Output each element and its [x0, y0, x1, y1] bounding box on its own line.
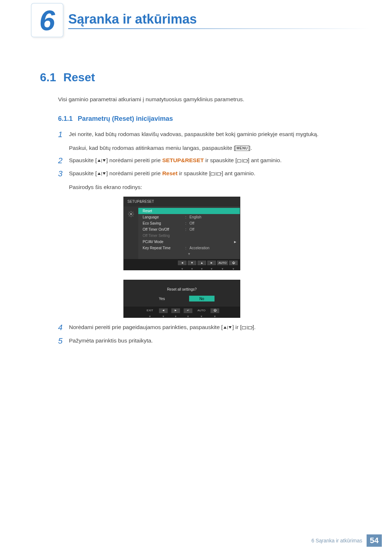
osd-row-offtimer: Off Timer On/Off:Off [138, 226, 240, 233]
source-enter-icon [211, 172, 221, 176]
step-number: 4 [58, 323, 69, 332]
svg-rect-3 [237, 160, 241, 162]
step-4: 4 Norėdami pereiti prie pageidaujamos pa… [58, 323, 370, 332]
osd-row-language: Language:English [138, 214, 240, 220]
up-down-icon [223, 325, 232, 330]
source-enter-icon [237, 159, 248, 163]
step-5-text: Pažymėta parinktis bus pritaikyta. [69, 336, 370, 345]
svg-rect-26 [248, 327, 252, 329]
osd2-nav-left-icon: ◄ [159, 308, 168, 313]
chapter-number-box: 6 [31, 3, 64, 37]
step-5: 5 Pažymėta parinktis bus pritaikyta. [58, 336, 370, 346]
osd-nav-right: ► [207, 260, 216, 265]
osd-scroll-down-icon: ▼ [138, 251, 240, 258]
osd2-nav-exit: EXIT [144, 308, 155, 313]
osd-setup-reset: SETUP&RESET Reset Language:English Eco S… [123, 197, 240, 270]
osd2-nav-bar: EXIT ◄ ► ↵ AUTO ⏻ [124, 307, 240, 315]
step-2: 2 Spauskite [] norėdami pereiti prie SET… [58, 156, 370, 165]
step-1-line-2: Paskui, kad būtų rodomas atitinkamas men… [69, 144, 370, 152]
osd2-nav-right-icon: ► [171, 308, 180, 313]
osd-nav-power-icon: ⏻ [229, 260, 238, 265]
osd-sidebar [124, 206, 138, 259]
header-rule [68, 28, 370, 29]
osd-menu-list: Reset Language:English Eco Saving:Off Of… [138, 206, 240, 259]
osd-nav-down: ▼ [188, 260, 196, 265]
step-1-line-1: Jei norite, kad būtų rodomas klavišų vad… [69, 130, 370, 139]
step-3: 3 Spauskite [] norėdami pereiti prie Res… [58, 169, 370, 192]
page-number: 54 [367, 534, 382, 547]
svg-marker-2 [103, 159, 106, 162]
step-3-tail: Pasirodys šis ekrano rodinys: [69, 183, 370, 192]
up-down-icon [97, 159, 106, 163]
osd-title: SETUP&RESET [124, 197, 240, 206]
reset-keyword: Reset [162, 170, 177, 176]
osd-row-eco: Eco Saving:Off [138, 220, 240, 226]
svg-rect-24 [242, 327, 246, 329]
step-2-text: Spauskite [] norėdami pereiti prie SETUP… [69, 156, 370, 165]
osd-choice-yes: Yes [149, 296, 175, 301]
svg-line-20 [132, 212, 133, 213]
osd-confirm-question: Reset all settings? [124, 280, 240, 296]
svg-line-17 [129, 212, 130, 213]
osd-nav-up: ▲ [197, 260, 206, 265]
osd-reset-confirm: Reset all settings? Yes No EXIT ◄ ► ↵ AU… [123, 280, 240, 318]
osd2-nav-enter-icon: ↵ [184, 308, 192, 313]
osd-row-pcav: PC/AV Mode► [138, 239, 240, 245]
footer-chapter-text: 6 Sąranka ir atkūrimas [311, 538, 362, 543]
svg-line-18 [132, 216, 133, 216]
step-number: 3 [58, 169, 69, 192]
osd-nav-auto: AUTO [217, 260, 228, 265]
step-number: 5 [58, 336, 69, 346]
step-number: 1 [58, 130, 69, 152]
osd-nav-left: ◄ [178, 260, 187, 265]
section-heading: 6.1 Reset [40, 71, 392, 84]
svg-marker-8 [103, 172, 106, 175]
svg-marker-23 [229, 326, 232, 329]
svg-rect-5 [244, 160, 247, 162]
up-down-icon [97, 172, 106, 176]
svg-line-19 [129, 216, 130, 216]
osd2-nav-power-icon: ⏻ [211, 308, 219, 313]
step-3-text: Spauskite [] norėdami pereiti prie Reset… [69, 169, 370, 178]
svg-point-12 [130, 213, 132, 215]
svg-rect-9 [211, 173, 215, 175]
chapter-header: 6 Sąranka ir atkūrimas [0, 0, 392, 38]
osd-row-offtimer-setting: Off Timer Setting [138, 233, 240, 239]
page-footer: 6 Sąranka ir atkūrimas 54 [311, 534, 382, 547]
setup-reset-keyword: SETUP&RESET [162, 157, 204, 163]
section-number: 6.1 [40, 71, 62, 84]
svg-rect-11 [217, 173, 221, 175]
subsection-number: 6.1.1 [58, 115, 73, 122]
section-title: Reset [63, 71, 95, 84]
osd-row-reset: Reset [138, 208, 240, 214]
step-number: 2 [58, 156, 69, 165]
subsection-heading: 6.1.1 Parametrų (Reset) inicijavimas [58, 114, 370, 124]
source-enter-icon [242, 325, 253, 330]
osd-row-keyrepeat: Key Repeat Time:Acceleration [138, 245, 240, 251]
chapter-title: Sąranka ir atkūrimas [68, 12, 197, 27]
chapter-number: 6 [39, 6, 55, 34]
osd-nav-bar: ◄ ▼ ▲ ► AUTO ⏻ [124, 259, 240, 267]
svg-marker-0 [98, 159, 101, 162]
osd2-nav-auto: AUTO [196, 308, 207, 313]
menu-button-label: MENU [235, 145, 249, 151]
subsection-title: Parametrų (Reset) inicijavimas [78, 115, 173, 122]
svg-marker-21 [224, 326, 226, 329]
gear-icon [128, 211, 134, 217]
step-4-text: Norėdami pereiti prie pageidaujamos pari… [69, 323, 370, 332]
section-intro: Visi gaminio parametrai atkuriami į numa… [58, 95, 370, 104]
step-1: 1 Jei norite, kad būtų rodomas klavišų v… [58, 130, 370, 152]
svg-marker-6 [98, 172, 101, 175]
chevron-right-icon: ► [233, 239, 237, 245]
osd-choice-no: No [189, 296, 215, 301]
